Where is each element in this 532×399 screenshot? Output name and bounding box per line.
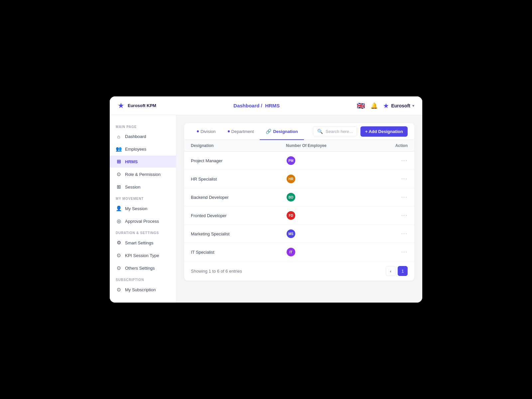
sidebar-item-employees[interactable]: 👥 Employees xyxy=(110,143,176,155)
action-menu-button[interactable]: ··· xyxy=(381,176,408,182)
sidebar-section-subscription: SUBSCRIPTION xyxy=(110,275,176,283)
avatar: BD xyxy=(286,192,296,202)
sidebar-item-kpi-session-type[interactable]: ⊙ KPI Session Type xyxy=(110,249,176,261)
header-left: ★ Eurosoft KPM xyxy=(118,101,156,110)
action-menu-button[interactable]: ··· xyxy=(381,158,408,164)
designation-name: Backend Developer xyxy=(191,195,286,200)
my-session-icon: 👤 xyxy=(116,205,122,211)
search-icon: 🔍 xyxy=(317,129,323,134)
sidebar-label-others-settings: Others Settings xyxy=(125,266,155,271)
sidebar-label-employees: Employees xyxy=(125,147,146,152)
user-name: Eurosoft xyxy=(391,103,410,108)
designation-icon: 🔗 xyxy=(266,129,271,134)
language-flag-icon[interactable]: 🇬🇧 xyxy=(357,102,365,110)
tabs-left: Division Department 🔗 Designation xyxy=(191,123,304,140)
avatar-stack: HR xyxy=(286,174,381,184)
breadcrumb-prefix: Dashboard / xyxy=(233,103,262,108)
user-star-icon: ★ xyxy=(383,102,389,110)
sidebar-item-smart-settings[interactable]: ⚙ Smart Settings xyxy=(110,237,176,249)
designation-name: IT Specialist xyxy=(191,250,286,255)
sidebar-item-others-settings[interactable]: ⊙ Others Settings xyxy=(110,262,176,274)
pagination-controls: ‹ 1 xyxy=(386,266,408,276)
tab-department-dot xyxy=(228,130,230,132)
user-menu[interactable]: ★ Eurosoft ▾ xyxy=(383,102,414,110)
sidebar-section-my-movement: MY MOVEMENT xyxy=(110,194,176,202)
tab-designation-label: Designation xyxy=(273,129,298,134)
kpi-icon: ⊙ xyxy=(116,252,122,258)
avatar-stack: MS xyxy=(286,229,381,239)
avatar-stack: IT xyxy=(286,247,381,257)
pagination-info: Showing 1 to 6 of 6 entries xyxy=(191,269,242,274)
main-content: Division Department 🔗 Designation xyxy=(176,115,422,303)
avatar-stack: BD xyxy=(286,192,381,202)
sidebar-label-my-subscription: My Subscription xyxy=(125,287,156,292)
avatar-stack: FD xyxy=(286,210,381,220)
table-row: Backend Developer BD ··· xyxy=(184,188,414,206)
sidebar-label-role: Role & Permission xyxy=(125,172,161,177)
avatar: PM xyxy=(286,156,296,166)
tab-division-dot xyxy=(197,130,199,132)
add-designation-button[interactable]: + Add Designation xyxy=(360,126,408,137)
sidebar-label-dashboard: Dashboard xyxy=(125,134,146,139)
col-designation: Designation xyxy=(191,143,286,148)
page-1-button[interactable]: 1 xyxy=(398,266,408,276)
sidebar-label-session: Session xyxy=(125,185,140,190)
sidebar-label-approval: Approval Process xyxy=(125,219,159,224)
hrms-icon: ⊞ xyxy=(116,159,122,165)
action-menu-button[interactable]: ··· xyxy=(381,212,408,218)
sidebar-label-kpi: KPI Session Type xyxy=(125,253,159,258)
subscription-icon: ⊙ xyxy=(116,287,122,293)
table-row: HR Specialist HR ··· xyxy=(184,170,414,188)
breadcrumb: Dashboard / HRMS xyxy=(233,103,280,108)
tab-department[interactable]: Department xyxy=(222,124,260,140)
designation-name: Fronted Developer xyxy=(191,213,286,218)
search-box[interactable]: 🔍 Search here... xyxy=(313,126,357,136)
action-menu-button[interactable]: ··· xyxy=(381,249,408,255)
action-menu-button[interactable]: ··· xyxy=(381,231,408,237)
action-menu-button[interactable]: ··· xyxy=(381,194,408,200)
avatar: FD xyxy=(286,210,296,220)
designation-name: HR Specialist xyxy=(191,177,286,182)
sidebar-item-session[interactable]: ⊞ Session xyxy=(110,181,176,193)
page-prev-button[interactable]: ‹ xyxy=(386,266,396,276)
logo-star-icon: ★ xyxy=(118,101,124,110)
content-card: Division Department 🔗 Designation xyxy=(184,123,414,281)
avatar: MS xyxy=(286,229,296,239)
body: MAIN PAGE ⌂ Dashboard 👥 Employees ⊞ HRMS… xyxy=(110,115,422,303)
sidebar-item-my-session[interactable]: 👤 My Session xyxy=(110,202,176,214)
sidebar-item-approval-process[interactable]: ◎ Approval Process xyxy=(110,215,176,227)
header: ★ Eurosoft KPM Dashboard / HRMS 🇬🇧 🔔 ★ E… xyxy=(110,96,422,115)
avatar: HR xyxy=(286,174,296,184)
home-icon: ⌂ xyxy=(116,134,122,139)
table-header: Designation Number of Employee Action xyxy=(184,140,414,152)
sidebar-label-hrms: HRMS xyxy=(125,159,138,164)
col-number-of-employee: Number of Employee xyxy=(286,143,381,148)
avatar-stack: PM xyxy=(286,156,381,166)
others-settings-icon: ⊙ xyxy=(116,265,122,271)
tab-designation[interactable]: 🔗 Designation xyxy=(260,123,304,140)
sidebar-section-duration-settings: DURATION & SETTINGS xyxy=(110,228,176,236)
sidebar-item-hrms[interactable]: ⊞ HRMS xyxy=(110,156,176,168)
sidebar-label-my-session: My Session xyxy=(125,206,147,211)
app-window: ★ Eurosoft KPM Dashboard / HRMS 🇬🇧 🔔 ★ E… xyxy=(110,96,422,303)
sidebar-item-my-subscription[interactable]: ⊙ My Subscription xyxy=(110,284,176,296)
pagination-bar: Showing 1 to 6 of 6 entries ‹ 1 xyxy=(184,261,414,281)
smart-settings-icon: ⚙ xyxy=(116,240,122,246)
approval-icon: ◎ xyxy=(116,218,122,224)
table-row: Fronted Developer FD ··· xyxy=(184,206,414,225)
notification-bell-icon[interactable]: 🔔 xyxy=(370,102,378,109)
sidebar-item-dashboard[interactable]: ⌂ Dashboard xyxy=(110,131,176,142)
role-icon: ⊙ xyxy=(116,171,122,177)
table-row: IT Specialist IT ··· xyxy=(184,243,414,261)
sidebar-label-smart-settings: Smart Settings xyxy=(125,240,153,245)
breadcrumb-current: HRMS xyxy=(265,103,280,108)
tab-division-label: Division xyxy=(200,129,216,134)
tabs-right: 🔍 Search here... + Add Designation xyxy=(313,126,408,137)
chevron-down-icon: ▾ xyxy=(412,103,414,108)
sidebar: MAIN PAGE ⌂ Dashboard 👥 Employees ⊞ HRMS… xyxy=(110,115,176,303)
col-action: Action xyxy=(381,143,408,148)
logo-text: Eurosoft KPM xyxy=(128,103,156,108)
tab-division[interactable]: Division xyxy=(191,124,222,140)
tab-department-label: Department xyxy=(231,129,254,134)
sidebar-item-role-permission[interactable]: ⊙ Role & Permission xyxy=(110,168,176,180)
